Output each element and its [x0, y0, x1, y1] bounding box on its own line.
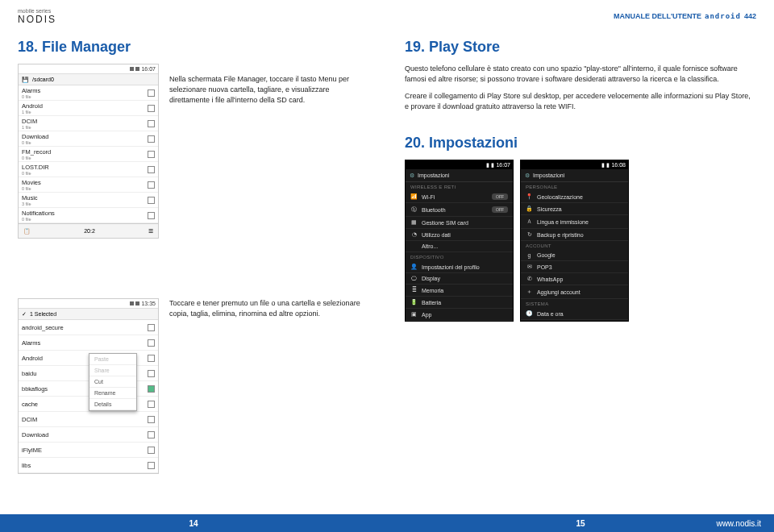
settings-item[interactable]: ▣App [406, 309, 513, 321]
settings-item[interactable]: ✆WhatsApp [521, 273, 628, 285]
settings-item-label: Wi-Fi [422, 194, 435, 200]
device-number: 442 [744, 12, 756, 20]
file-row[interactable]: LOST.DIR0 file [19, 162, 158, 177]
settings-item[interactable]: Altro... [406, 241, 513, 252]
file-checkbox[interactable] [148, 212, 155, 219]
settings-item[interactable]: 🔋Batteria [406, 297, 513, 309]
file-row[interactable]: FM_record0 file [19, 147, 158, 162]
section-18-title: 18. File Manager [18, 39, 369, 56]
file-checkbox[interactable] [148, 324, 155, 331]
settings-item-icon: 👤 [410, 264, 418, 270]
file-name: android_secure [22, 324, 64, 331]
file-checkbox[interactable] [148, 431, 155, 438]
settings-item[interactable]: gGoogle [521, 250, 628, 261]
settings-screenshot-2: ▮▮16:08⚙ImpostazioniPERSONALE📍Geolocaliz… [520, 160, 629, 322]
file-checkbox[interactable] [148, 89, 155, 97]
context-menu-item[interactable]: Rename [89, 388, 136, 399]
file-checkbox[interactable] [148, 339, 155, 347]
settings-item-label: Geolocalizzazione [537, 194, 583, 200]
file-row[interactable]: DCIM1 file [19, 116, 158, 131]
signal-icon: ▮ [601, 162, 605, 168]
settings-item[interactable]: 🖵Display [406, 273, 513, 285]
file-checkbox[interactable] [148, 462, 155, 469]
settings-item[interactable]: ↻Backup e ripristino [521, 229, 628, 241]
section-18-body: Nella schermata File Manager, toccare il… [169, 74, 363, 106]
settings-category: WIRELESS E RETI [406, 182, 513, 191]
settings-item-label: Impostazioni del profilo [422, 264, 480, 270]
file-row[interactable]: Download0 file [19, 131, 158, 147]
path-text: /sdcard0 [32, 77, 54, 82]
check-icon[interactable]: ✓ [22, 311, 27, 318]
file-manager-toolbar: 📋 20:2 ☰ [19, 223, 158, 238]
settings-item-icon: ✆ [526, 276, 533, 282]
settings-item-label: Aggiungi account [537, 289, 580, 295]
file-row[interactable]: Alarms0 file [19, 85, 158, 101]
signal-icon [130, 301, 134, 305]
settings-item[interactable]: 📍Geolocalizzazione [521, 191, 628, 203]
settings-item-label: Utilizzo dati [422, 232, 451, 238]
brand-block: mobile series NODIS [18, 8, 56, 25]
status-bar: 16:07 [19, 64, 158, 74]
context-menu-item[interactable]: Share [89, 365, 136, 376]
file-name: Android [22, 355, 43, 362]
file-row[interactable]: Movies0 file [19, 177, 158, 193]
status-clock-2: 13:35 [141, 301, 156, 306]
settings-icon: ⚙ [525, 172, 530, 179]
file-checkbox[interactable] [148, 355, 155, 362]
settings-item[interactable]: ◔Utilizzo dati [406, 229, 513, 241]
toggle-switch[interactable]: OFF [492, 206, 508, 213]
file-checkbox[interactable] [148, 120, 155, 127]
settings-item-icon: 🔋 [410, 299, 418, 305]
context-menu-item[interactable]: Paste [89, 354, 136, 365]
settings-title: Impostazioni [418, 172, 449, 178]
section-20-title: 20. Impostazioni [405, 135, 756, 152]
file-row[interactable]: iFlyIME [19, 443, 158, 458]
file-checkbox[interactable] [148, 401, 155, 408]
settings-item[interactable]: 📶Wi-FiOFF [406, 191, 513, 203]
file-checkbox[interactable] [148, 416, 155, 423]
settings-item[interactable]: ＋Aggiungi account [521, 285, 628, 299]
file-row[interactable]: Android1 file [19, 101, 158, 116]
settings-item[interactable]: 👤Impostazioni del profilo [406, 261, 513, 273]
paste-icon[interactable]: 📋 [23, 228, 31, 235]
settings-item[interactable]: 🔒Sicurezza [521, 203, 628, 215]
context-menu-item[interactable]: Details [89, 399, 136, 410]
file-meta: 1 file [22, 110, 43, 114]
file-row[interactable]: libs [19, 458, 158, 473]
settings-item[interactable]: ＡLingua e immissione [521, 215, 628, 229]
status-bar: ▮▮16:07 [406, 160, 513, 169]
context-menu: PasteShareCutRenameDetails [89, 353, 137, 411]
file-checkbox[interactable] [148, 197, 155, 204]
file-checkbox[interactable] [148, 370, 155, 377]
settings-item[interactable]: ✉POP3 [521, 261, 628, 273]
context-menu-item[interactable]: Cut [89, 376, 136, 388]
file-row[interactable]: Download [19, 427, 158, 443]
settings-item[interactable]: ▦Gestione SIM card [406, 217, 513, 229]
section-19-p1: Questo telefono cellulare è stato creato… [405, 64, 756, 85]
file-row[interactable]: Notifications0 file [19, 208, 158, 223]
file-row[interactable]: android_secure [19, 320, 158, 335]
file-checkbox[interactable] [148, 105, 155, 112]
file-checkbox[interactable] [148, 181, 155, 189]
settings-item[interactable]: ⓑBluetoothOFF [406, 203, 513, 217]
file-checkbox[interactable] [148, 447, 155, 454]
toggle-switch[interactable]: OFF [492, 193, 508, 200]
os-name: android [705, 12, 741, 20]
file-name: bbkaflogs [22, 385, 48, 393]
file-checkbox[interactable] [148, 151, 155, 158]
settings-item[interactable]: 🕒Data e ora [521, 308, 628, 320]
file-row[interactable]: Alarms [19, 335, 158, 351]
settings-item-label: Bluetooth [422, 207, 446, 213]
file-name: Alarms [22, 339, 40, 347]
file-row[interactable]: DCIM [19, 412, 158, 427]
left-column: 18. File Manager 16:07 💾 /sdcard0 Alarms… [0, 32, 387, 508]
fm2-body: Toccare e tener premuto un file o una ca… [169, 298, 363, 319]
settings-item-icon: 📍 [526, 193, 533, 200]
file-checkbox[interactable] [148, 385, 155, 393]
settings-item[interactable]: ≣Memoria [406, 285, 513, 297]
file-checkbox[interactable] [148, 135, 155, 143]
file-row[interactable]: Music3 file [19, 193, 158, 208]
file-checkbox[interactable] [148, 166, 155, 173]
settings-item-icon: g [526, 252, 533, 258]
menu-icon[interactable]: ☰ [148, 228, 153, 235]
